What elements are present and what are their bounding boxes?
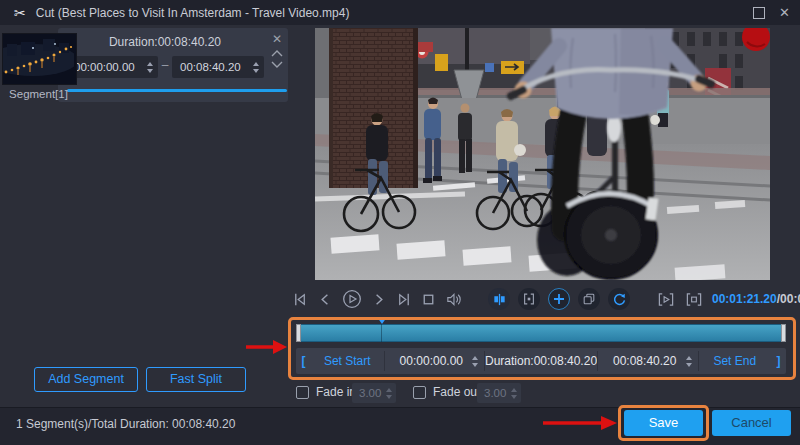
right-bracket-glyph: ] xyxy=(771,348,786,374)
frame-capture-icon xyxy=(522,292,536,306)
playhead[interactable] xyxy=(377,317,387,324)
current-time: 00:01:21.20 xyxy=(712,292,777,306)
segment-move-down-icon[interactable] xyxy=(271,61,283,69)
trim-duration-label: Duration:00:08:40.20 xyxy=(485,348,597,374)
trim-start-time-field[interactable]: 00:00:00.00 xyxy=(384,348,484,374)
play-button[interactable] xyxy=(342,289,362,309)
segment-start-time-field[interactable]: 00:00:00.00 xyxy=(66,56,158,78)
video-preview xyxy=(315,28,770,280)
segment-progress-line xyxy=(67,89,287,92)
title-bar: ✂ Cut (Best Places to Visit In Amsterdam… xyxy=(0,0,800,25)
fade-in-value-field[interactable]: 3.00 xyxy=(352,383,396,403)
timeline-track[interactable] xyxy=(296,324,786,342)
left-bracket-glyph: [ xyxy=(296,348,311,374)
copy-segment-button[interactable] xyxy=(578,288,600,310)
segment-start-spinner[interactable] xyxy=(147,62,153,73)
step-forward-icon xyxy=(370,291,387,308)
skip-end-icon xyxy=(395,291,412,308)
segment-move-up-icon[interactable] xyxy=(271,49,283,57)
fast-split-button[interactable]: Fast Split xyxy=(146,367,246,392)
segment-end-time-field[interactable]: 00:08:40.20 xyxy=(172,56,264,78)
reset-button[interactable] xyxy=(608,288,630,310)
fade-in-spinner[interactable] xyxy=(386,388,392,399)
cancel-button[interactable]: Cancel xyxy=(712,410,791,436)
segment-status-text: 1 Segment(s)/Total Duration: 00:08:40.20 xyxy=(16,417,235,431)
segment-end-spinner[interactable] xyxy=(253,62,259,73)
volume-button[interactable] xyxy=(445,291,462,308)
preview-stop-icon xyxy=(684,291,704,308)
segment-remove-icon[interactable]: ✕ xyxy=(272,33,282,45)
trim-start-handle[interactable] xyxy=(296,324,301,342)
fade-out-label: Fade out xyxy=(433,385,480,399)
preview-play-icon xyxy=(656,291,676,308)
playhead-line xyxy=(381,324,382,342)
maximize-button[interactable] xyxy=(753,7,765,19)
segment-end-time-value: 00:08:40.20 xyxy=(180,61,253,73)
trim-start-time-value: 00:00:00.00 xyxy=(390,354,472,368)
trim-end-handle[interactable] xyxy=(781,324,786,342)
split-segment-button[interactable] xyxy=(488,288,510,310)
timeline-slider[interactable] xyxy=(296,324,786,342)
stop-button[interactable] xyxy=(420,291,437,308)
segment-name-label: Segment[1] xyxy=(0,88,77,100)
window-title: Cut (Best Places to Visit In Amsterdam -… xyxy=(36,6,350,20)
copy-icon xyxy=(582,292,596,306)
fade-out-checkbox[interactable] xyxy=(413,386,426,399)
skip-start-button[interactable] xyxy=(292,291,309,308)
trim-end-spinner[interactable] xyxy=(686,356,692,367)
scissors-icon: ✂ xyxy=(14,6,26,20)
preview-segment-stop-button[interactable] xyxy=(684,291,704,308)
annotation-arrow-timeline xyxy=(244,337,288,357)
add-segment-button[interactable]: Add Segment xyxy=(34,367,138,392)
fade-out-value: 3.00 xyxy=(484,387,511,399)
close-button[interactable]: ✕ xyxy=(779,6,790,19)
step-backward-button[interactable] xyxy=(317,291,334,308)
fade-in-value: 3.00 xyxy=(359,387,386,399)
play-icon xyxy=(342,289,362,309)
set-start-button[interactable]: Set Start xyxy=(311,348,384,374)
fade-in-label: Fade in xyxy=(316,385,356,399)
trim-end-time-field[interactable]: 00:08:40.20 xyxy=(598,348,698,374)
skip-start-icon xyxy=(292,291,309,308)
fade-in-checkbox[interactable] xyxy=(296,386,309,399)
plus-icon xyxy=(553,293,565,305)
step-backward-icon xyxy=(317,291,334,308)
reset-icon xyxy=(612,292,627,307)
save-button[interactable]: Save xyxy=(624,410,703,436)
frame-capture-button[interactable] xyxy=(518,288,540,310)
segment-start-time-value: 00:00:00.00 xyxy=(74,61,147,73)
segment-duration-label: Duration:00:08:40.20 xyxy=(90,35,240,49)
stop-icon xyxy=(420,291,437,308)
trim-controls-row: [ Set Start 00:00:00.00 Duration:00:08:4… xyxy=(296,348,786,374)
video-frame-amsterdam-street xyxy=(315,28,770,280)
preview-segment-play-button[interactable] xyxy=(656,291,676,308)
trim-end-time-value: 00:08:40.20 xyxy=(604,354,686,368)
step-forward-button[interactable] xyxy=(370,291,387,308)
range-separator: – xyxy=(158,58,172,72)
split-icon xyxy=(492,292,507,307)
fade-out-value-field[interactable]: 3.00 xyxy=(477,383,521,403)
skip-end-button[interactable] xyxy=(395,291,412,308)
playback-time-display: 00:01:21.20/00:08:40.20 xyxy=(712,292,800,306)
night-city-thumbnail-image xyxy=(3,34,74,82)
add-segment-icon-button[interactable] xyxy=(548,288,570,310)
fade-out-spinner[interactable] xyxy=(511,388,517,399)
total-time: 00:08:40.20 xyxy=(780,292,800,306)
transport-bar: 00:01:21.20/00:08:40.20 xyxy=(292,284,794,314)
trim-start-spinner[interactable] xyxy=(472,356,478,367)
set-end-button[interactable]: Set End xyxy=(698,348,771,374)
volume-icon xyxy=(445,291,462,308)
segment-thumbnail[interactable] xyxy=(2,33,77,85)
